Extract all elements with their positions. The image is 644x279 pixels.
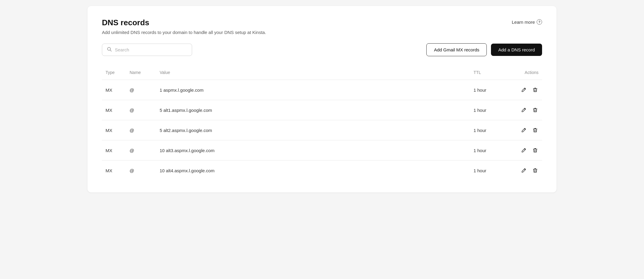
header-row: DNS records Add unlimited DNS records to… — [102, 18, 542, 35]
table-row: MX @ 10 alt3.aspmx.l.google.com 1 hour — [102, 140, 542, 161]
table-row: MX @ 10 alt4.aspmx.l.google.com 1 hour — [102, 161, 542, 181]
svg-line-1 — [110, 50, 112, 51]
col-header-value: Value — [156, 67, 470, 80]
search-input[interactable] — [115, 47, 187, 52]
edit-button-4[interactable] — [520, 167, 527, 174]
table-row: MX @ 1 aspmx.l.google.com 1 hour — [102, 80, 542, 100]
delete-button-2[interactable] — [532, 127, 538, 133]
page-title: DNS records — [102, 18, 266, 27]
col-header-type: Type — [102, 67, 126, 80]
title-block: DNS records Add unlimited DNS records to… — [102, 18, 266, 35]
cell-value-2: 5 alt2.aspmx.l.google.com — [156, 120, 470, 140]
edit-button-0[interactable] — [520, 87, 527, 93]
cell-type-3: MX — [102, 140, 126, 161]
cell-type-0: MX — [102, 80, 126, 100]
dns-records-table: Type Name Value TTL Actions MX @ 1 aspmx… — [102, 67, 542, 180]
toolbar-row: Add Gmail MX records Add a DNS record — [102, 43, 542, 56]
cell-actions-4 — [512, 161, 542, 181]
add-dns-record-button[interactable]: Add a DNS record — [491, 44, 542, 56]
cell-ttl-2: 1 hour — [470, 120, 512, 140]
search-field-wrapper[interactable] — [102, 44, 192, 56]
table-row: MX @ 5 alt2.aspmx.l.google.com 1 hour — [102, 120, 542, 140]
cell-name-2: @ — [126, 120, 156, 140]
cell-value-0: 1 aspmx.l.google.com — [156, 80, 470, 100]
edit-button-3[interactable] — [520, 147, 527, 154]
cell-ttl-0: 1 hour — [470, 80, 512, 100]
cell-ttl-1: 1 hour — [470, 100, 512, 120]
cell-name-1: @ — [126, 100, 156, 120]
cell-actions-0 — [512, 80, 542, 100]
svg-rect-19 — [535, 168, 536, 169]
svg-rect-18 — [533, 169, 537, 170]
delete-button-4[interactable] — [532, 167, 538, 174]
svg-rect-2 — [533, 88, 537, 89]
learn-more-label: Learn more — [512, 20, 535, 25]
edit-button-1[interactable] — [520, 107, 527, 113]
table-row: MX @ 5 alt1.aspmx.l.google.com 1 hour — [102, 100, 542, 120]
cell-actions-2 — [512, 120, 542, 140]
svg-rect-3 — [535, 88, 536, 88]
cell-type-2: MX — [102, 120, 126, 140]
cell-name-0: @ — [126, 80, 156, 100]
svg-rect-11 — [535, 128, 536, 129]
cell-type-4: MX — [102, 161, 126, 181]
delete-button-0[interactable] — [532, 87, 538, 93]
cell-name-4: @ — [126, 161, 156, 181]
cell-value-3: 10 alt3.aspmx.l.google.com — [156, 140, 470, 161]
cell-actions-3 — [512, 140, 542, 161]
delete-button-3[interactable] — [532, 147, 538, 154]
add-gmail-mx-button[interactable]: Add Gmail MX records — [426, 43, 487, 56]
svg-rect-6 — [533, 109, 537, 109]
page-subtitle: Add unlimited DNS records to your domain… — [102, 30, 266, 35]
cell-name-3: @ — [126, 140, 156, 161]
svg-rect-14 — [533, 149, 537, 149]
cell-actions-1 — [512, 100, 542, 120]
svg-rect-15 — [535, 148, 536, 149]
action-buttons: Add Gmail MX records Add a DNS record — [426, 43, 542, 56]
table-header-row: Type Name Value TTL Actions — [102, 67, 542, 80]
cell-value-1: 5 alt1.aspmx.l.google.com — [156, 100, 470, 120]
svg-rect-10 — [533, 129, 537, 129]
col-header-actions: Actions — [512, 67, 542, 80]
learn-more-link[interactable]: Learn more ? — [512, 19, 542, 25]
col-header-ttl: TTL — [470, 67, 512, 80]
search-icon — [107, 47, 112, 53]
col-header-name: Name — [126, 67, 156, 80]
cell-ttl-4: 1 hour — [470, 161, 512, 181]
dns-records-card: DNS records Add unlimited DNS records to… — [87, 6, 557, 192]
delete-button-1[interactable] — [532, 107, 538, 113]
edit-button-2[interactable] — [520, 127, 527, 133]
svg-rect-7 — [535, 108, 536, 109]
cell-type-1: MX — [102, 100, 126, 120]
cell-value-4: 10 alt4.aspmx.l.google.com — [156, 161, 470, 181]
cell-ttl-3: 1 hour — [470, 140, 512, 161]
help-circle-icon: ? — [537, 19, 542, 25]
